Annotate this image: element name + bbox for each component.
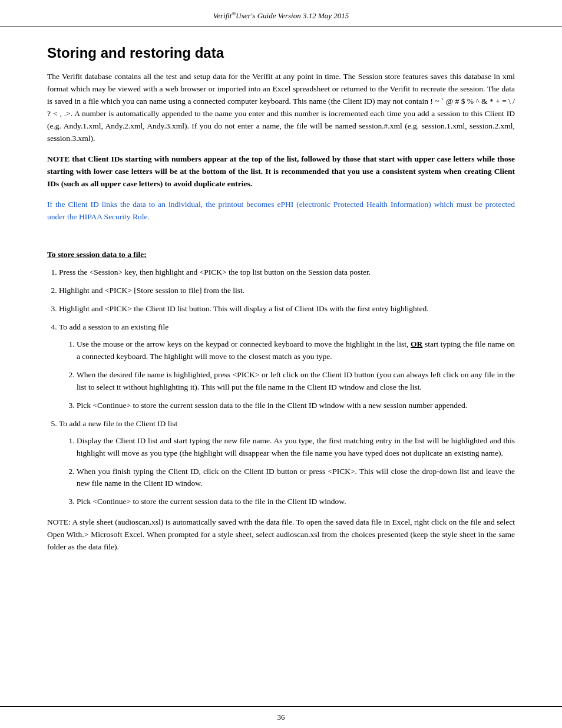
step-3: Highlight and <PICK> the Client ID list …	[59, 303, 515, 315]
step-5-3: Pick <Continue> to store the current ses…	[77, 496, 515, 508]
intro-paragraph: The Verifit database contains all the te…	[47, 71, 515, 145]
or-label: OR	[411, 340, 422, 348]
sub-heading: To store session data to a file:	[47, 250, 515, 259]
page-number: 36	[277, 713, 285, 722]
step-4-2: When the desired file name is highlighte…	[77, 369, 515, 394]
step-4-text: To add a session to an existing file	[59, 322, 168, 331]
step-3-text: Highlight and <PICK> the Client ID list …	[59, 304, 429, 313]
steps-list: Press the <Session> key, then highlight …	[59, 266, 515, 508]
footer-note: NOTE: A style sheet (audioscan.xsl) is a…	[47, 516, 515, 554]
step-5-2-text: When you finish typing the Client ID, cl…	[77, 467, 515, 488]
bold-note: NOTE that Client IDs starting with numbe…	[47, 153, 515, 190]
header-title: Verifit	[213, 11, 232, 20]
step-5-3-text: Pick <Continue> to store the current ses…	[77, 497, 346, 506]
page-footer: 36	[0, 706, 562, 728]
step-4-substeps: Use the mouse or the arrow keys on the k…	[77, 338, 515, 412]
step-4-3: Pick <Continue> to store the current ses…	[77, 400, 515, 412]
step-5: To add a new file to the Client ID list …	[59, 418, 515, 509]
step-5-substeps: Display the Client ID list and start typ…	[77, 435, 515, 509]
step-4-3-text: Pick <Continue> to store the current ses…	[77, 401, 467, 410]
section-title: Storing and restoring data	[47, 45, 515, 61]
step-4-2-text: When the desired file name is highlighte…	[77, 370, 515, 391]
page-header: Verifit®User's Guide Version 3.12 May 20…	[0, 0, 562, 27]
header-version: User's Guide Version 3.12 May 2015	[236, 11, 349, 20]
page: Verifit®User's Guide Version 3.12 May 20…	[0, 0, 562, 728]
step-5-2: When you finish typing the Client ID, cl…	[77, 466, 515, 490]
step-5-1: Display the Client ID list and start typ…	[77, 435, 515, 460]
step-5-1-text: Display the Client ID list and start typ…	[77, 436, 515, 457]
header-text: Verifit®User's Guide Version 3.12 May 20…	[213, 11, 349, 20]
step-5-text: To add a new file to the Client ID list	[59, 419, 177, 428]
step-2: Highlight and <PICK> [Store session to f…	[59, 285, 515, 297]
main-content: Storing and restoring data The Verifit d…	[0, 27, 562, 585]
step-1-text: Press the <Session> key, then highlight …	[59, 268, 371, 276]
blue-link-paragraph: If the Client ID links the data to an in…	[47, 199, 515, 223]
step-1: Press the <Session> key, then highlight …	[59, 266, 515, 279]
step-4-1: Use the mouse or the arrow keys on the k…	[77, 338, 515, 363]
step-4: To add a session to an existing file Use…	[59, 321, 515, 412]
step-2-text: Highlight and <PICK> [Store session to f…	[59, 286, 244, 295]
